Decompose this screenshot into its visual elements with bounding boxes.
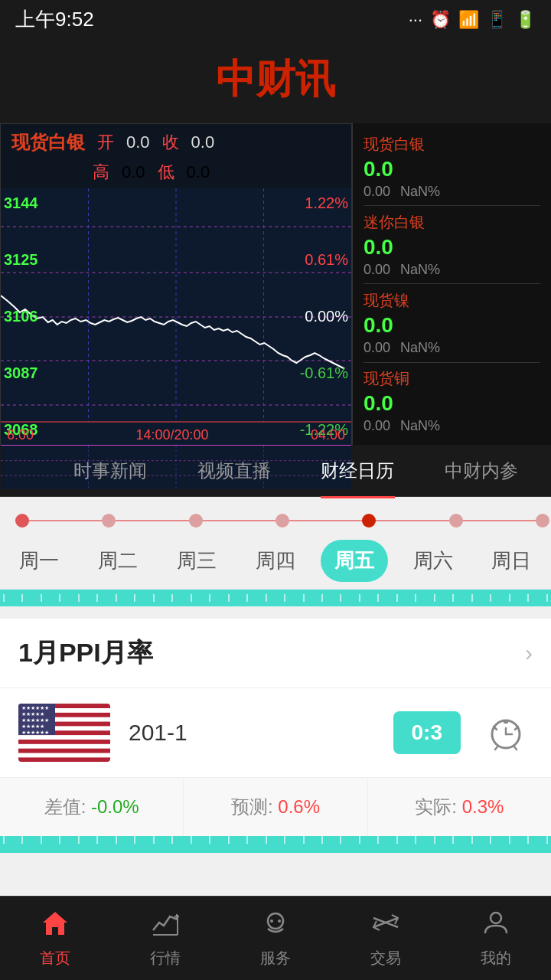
event-time-badge[interactable]: 0:3 [393,711,461,754]
tick [134,594,135,602]
tick [415,594,416,602]
tabs-bar: + 时事新闻 视频直播 财经日历 中财内参 [0,445,551,497]
price-label-3: 3106 [4,308,38,325]
nav-home-label: 首页 [40,948,70,969]
low-label: 低 [158,161,174,184]
week-day-3[interactable]: 周四 [242,540,309,582]
pct-label-3: 0.00% [300,308,348,325]
week-day-2[interactable]: 周三 [163,540,230,582]
commodity-price-1: 0.0 [364,235,540,260]
tick [246,594,248,602]
svg-rect-21 [18,744,110,749]
nav-market-label: 行情 [150,948,181,969]
tab-zhongcai[interactable]: 中财内参 [419,443,543,498]
svg-line-36 [514,746,517,750]
nav-market[interactable]: 行情 [110,897,220,980]
chart-section: 现货白银 开 0.0 收 0.0 高 0.0 低 0.0 [0,123,551,445]
tick [471,594,473,602]
bottom-tick-bar [0,836,551,853]
time-labels: 6.00 14:00/20:00 04:00 [1,427,351,443]
commodity-item-2[interactable]: 现货镍 0.0 0.00 NaN% [364,290,540,356]
tick [509,594,510,602]
tick [377,594,379,602]
nav-trade[interactable]: 交易 [331,897,441,980]
tick [340,594,341,602]
stat-label-0: 差值: [44,796,86,817]
stat-label-1: 预测: [231,796,273,817]
close-label: 收 [162,131,179,154]
tick [209,594,210,602]
tick [359,594,360,602]
arrow-icon: › [525,640,533,666]
time-label-3: 04:00 [311,427,345,443]
event-title: 1月PPI月率 [18,635,153,671]
tick [153,594,155,602]
tick [116,594,117,602]
tick [171,594,173,602]
tab-caijing[interactable]: 财经日历 [296,443,420,498]
commodity-item-3[interactable]: 现货铜 0.0 0.00 NaN% [364,368,540,434]
commodity-sub-2: 0.00 NaN% [364,340,540,356]
nav-mine[interactable]: 我的 [441,897,551,980]
week-day-1[interactable]: 周二 [84,540,152,582]
tab-shishi[interactable]: 时事新闻 [48,443,172,498]
svg-text:★★★★★★: ★★★★★★ [21,705,49,710]
tick [396,594,398,602]
bottom-tick-marks [0,836,551,844]
commodity-item-1[interactable]: 迷你白银 0.0 0.00 NaN% [364,212,540,278]
signal-icon: 📱 [487,10,507,30]
tab-shipin[interactable]: 视频直播 [172,443,296,498]
week-day-6[interactable]: 周日 [478,540,545,582]
tick [284,594,285,602]
price-labels: 3144 3125 3106 3087 3068 [4,188,38,445]
stat-value-1: 0.6% [278,796,320,817]
high-label: 高 [93,161,109,184]
nav-home[interactable]: 首页 [0,897,110,980]
tick [78,594,80,602]
timeline-bar [15,509,536,532]
chart-title: 现货白银 [11,130,85,155]
dots-icon: ··· [409,10,422,30]
stat-item-0: 差值: -0.0% [0,778,184,836]
week-day-5[interactable]: 周六 [399,540,467,582]
commodity-sub-0: 0.00 NaN% [364,184,540,200]
svg-marker-37 [43,912,67,935]
tick [191,594,192,602]
week-day-0[interactable]: 周一 [5,540,73,582]
event-code: 201-1 [129,720,375,746]
alarm-icon[interactable] [479,706,533,760]
event-header[interactable]: 1月PPI月率 › [0,619,551,688]
svg-text:★★★★★★: ★★★★★★ [21,717,49,723]
wifi-icon: 📶 [458,10,479,30]
stat-value-0: -0.0% [91,796,139,817]
chart-grid-svg [1,188,351,445]
chart-left-panel[interactable]: 现货白银 开 0.0 收 0.0 高 0.0 低 0.0 [0,123,352,445]
tick [452,594,454,602]
timeline-dot-3 [276,514,289,528]
chart-area: 3144 3125 3106 3087 3068 1.22% 0.61% 0.0… [1,188,351,445]
commodity-item-0[interactable]: 现货白银 0.0 0.00 NaN% [364,134,540,200]
stat-value-2: 0.3% [462,796,504,817]
tick [41,594,42,602]
nav-service[interactable]: 服务 [220,897,331,980]
svg-point-47 [491,913,501,923]
open-value: 0.0 [126,132,150,152]
stat-label-2: 实际: [415,796,457,817]
timeline-dot-active [362,514,376,528]
tick [266,594,267,602]
bottom-nav: 首页 行情 服务 [0,896,551,980]
timeline-dot-5 [449,514,463,528]
service-icon [262,909,289,943]
svg-text:★★★★★: ★★★★★ [21,724,44,729]
event-section: 1月PPI月率 › ★★★★★★ [0,619,551,836]
svg-point-44 [278,920,281,923]
commodity-price-2: 0.0 [364,313,540,338]
tick [490,594,491,602]
week-day-4[interactable]: 周五 [321,540,388,582]
open-label: 开 [97,131,114,154]
tick [303,594,305,602]
price-label-4: 3087 [4,364,38,382]
time-label-1: 6.00 [7,427,34,443]
svg-rect-22 [18,753,110,758]
commodity-name-2: 现货镍 [364,290,540,311]
